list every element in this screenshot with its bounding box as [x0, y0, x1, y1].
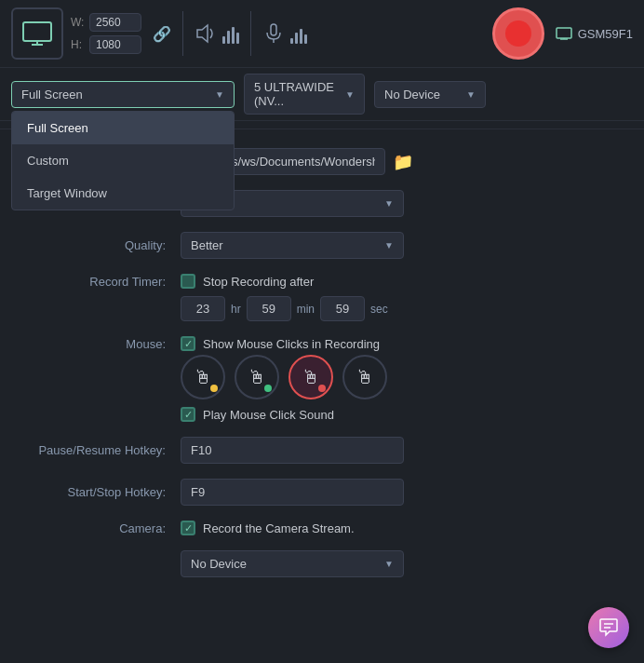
browse-folder-button[interactable]: 📁: [393, 152, 413, 172]
screen-icon: [11, 7, 63, 60]
dimensions-panel: W: H:: [71, 13, 141, 54]
start-stop-hotkey-label: Start/Stop Hotkey:: [17, 485, 166, 499]
quality-dropdown[interactable]: Better ▼: [181, 232, 404, 259]
cursor-arrow-2: 🖱: [248, 367, 266, 388]
pause-hotkey-label: Pause/Resume Hotkey:: [17, 443, 166, 457]
timer-checkbox-label[interactable]: Stop Recording after: [181, 274, 314, 289]
audio-chevron-icon: ▼: [466, 89, 476, 100]
mouse-label: Mouse:: [17, 337, 166, 351]
pause-hotkey-input[interactable]: [181, 437, 404, 464]
camera-device-selected: No Device: [191, 557, 247, 571]
monitor-name: GSM59F1: [578, 27, 633, 41]
camera-device-row: No Device ▼: [181, 543, 404, 577]
cursor-arrow-1: 🖱: [194, 367, 212, 388]
audio-group: [195, 22, 239, 45]
quality-label: Quality:: [17, 238, 166, 252]
camera-check-mark: ✓: [184, 523, 193, 534]
monitor-dropdown[interactable]: 5 ULTRAWIDE (NV... ▼: [244, 74, 365, 115]
camera-checkbox[interactable]: ✓: [181, 521, 195, 535]
folder-row: 📁: [181, 148, 627, 175]
mouse-sound-check: ✓: [184, 410, 193, 420]
monitor-selected-label: 5 ULTRAWIDE (NV...: [254, 80, 340, 108]
mouse-sound-row: ✓ Play Mouse Click Sound: [181, 407, 334, 422]
speaker-icon[interactable]: [195, 22, 217, 45]
mouse-sound-text: Play Mouse Click Sound: [203, 408, 334, 422]
height-label: H:: [71, 38, 86, 51]
svg-marker-3: [197, 25, 208, 42]
source-row: Full Screen ▼ 5 ULTRAWIDE (NV... ▼ No De…: [0, 68, 644, 121]
quality-chevron-icon: ▼: [384, 240, 394, 250]
start-stop-hotkey-row: Start/Stop Hotkey:: [17, 479, 627, 506]
camera-chevron-icon: ▼: [384, 559, 394, 569]
timer-inputs: hr min sec: [181, 296, 388, 321]
source-dropdown[interactable]: Full Screen ▼: [11, 81, 235, 108]
source-dropdown-menu: Full Screen Custom Target Window: [11, 111, 235, 210]
mic-levels: [290, 23, 307, 44]
quality-selected: Better: [191, 238, 223, 252]
camera-label: Camera:: [17, 521, 166, 535]
monitor-chevron-icon: ▼: [345, 89, 355, 100]
record-button[interactable]: [492, 7, 544, 60]
svg-rect-6: [557, 28, 571, 38]
cursor-arrow-3: 🖱: [302, 367, 320, 388]
pause-hotkey-row: Pause/Resume Hotkey:: [17, 437, 627, 464]
timer-sec-unit: sec: [370, 303, 388, 316]
width-input[interactable]: [89, 13, 141, 32]
cursor-dot-yellow: [210, 385, 218, 392]
audio-levels: [222, 23, 239, 44]
camera-checkbox-text: Record the Camera Stream.: [203, 521, 355, 535]
mouse-clicks-checkbox[interactable]: ✓: [181, 336, 195, 351]
mouse-check-mark: ✓: [184, 339, 193, 349]
source-option-fullscreen[interactable]: Full Screen: [12, 112, 234, 144]
cursor-yellow-option[interactable]: 🖱: [181, 355, 225, 399]
source-chevron-icon: ▼: [215, 89, 224, 100]
mouse-checkbox-text: Show Mouse Clicks in Recording: [203, 337, 380, 351]
cursor-blue-option[interactable]: 🖱: [342, 355, 387, 399]
svg-rect-4: [271, 24, 276, 35]
timer-checkbox-text: Stop Recording after: [203, 275, 314, 289]
width-label: W:: [71, 16, 86, 29]
mouse-checkbox-label[interactable]: ✓ Show Mouse Clicks in Recording: [181, 336, 380, 351]
timer-minutes-input[interactable]: [247, 296, 291, 321]
timer-hr-unit: hr: [231, 303, 241, 316]
timer-checkbox[interactable]: [181, 274, 195, 289]
framerate-chevron-icon: ▼: [384, 198, 394, 209]
mouse-cursors: 🖱 🖱 🖱 🖱: [181, 355, 387, 399]
monitor-label: GSM59F1: [556, 27, 633, 41]
timer-hours-input[interactable]: [181, 296, 225, 321]
camera-device-dropdown[interactable]: No Device ▼: [181, 550, 404, 577]
source-option-target[interactable]: Target Window: [12, 177, 234, 210]
cursor-red-option[interactable]: 🖱: [288, 355, 333, 399]
record-btn-inner: [505, 20, 531, 47]
mouse-row: Mouse: ✓ Show Mouse Clicks in Recording …: [17, 336, 627, 422]
audio-dropdown[interactable]: No Device ▼: [374, 81, 486, 108]
source-option-custom[interactable]: Custom: [12, 144, 234, 177]
mouse-sound-label[interactable]: ✓ Play Mouse Click Sound: [181, 407, 334, 422]
start-stop-hotkey-input[interactable]: [181, 479, 404, 506]
cursor-arrow-4: 🖱: [356, 367, 374, 388]
audio-selected-label: No Device: [384, 88, 440, 101]
mic-group: [262, 22, 307, 45]
cursor-dot-green: [264, 385, 272, 392]
chat-button[interactable]: [588, 607, 629, 648]
quality-row: Quality: Better ▼: [17, 232, 627, 259]
cursor-green-option[interactable]: 🖱: [235, 355, 279, 399]
mic-icon[interactable]: [262, 22, 285, 45]
separator-2: [250, 11, 251, 56]
link-icon[interactable]: 🔗: [153, 25, 171, 43]
timer-min-unit: min: [297, 303, 315, 316]
source-selected-label: Full Screen: [21, 88, 83, 101]
top-bar: W: H: 🔗: [0, 0, 644, 68]
timer-row: Record Timer: Stop Recording after hr mi…: [17, 274, 627, 321]
mouse-sound-checkbox[interactable]: ✓: [181, 407, 195, 422]
camera-checkbox-label[interactable]: ✓ Record the Camera Stream.: [181, 521, 355, 535]
timer-label: Record Timer:: [17, 275, 166, 289]
height-input[interactable]: [89, 35, 141, 54]
camera-row: Camera: ✓ Record the Camera Stream. No D…: [17, 521, 627, 577]
separator-1: [182, 11, 183, 56]
svg-rect-0: [23, 22, 51, 41]
cursor-dot-red: [318, 385, 326, 392]
timer-seconds-input[interactable]: [320, 296, 365, 321]
